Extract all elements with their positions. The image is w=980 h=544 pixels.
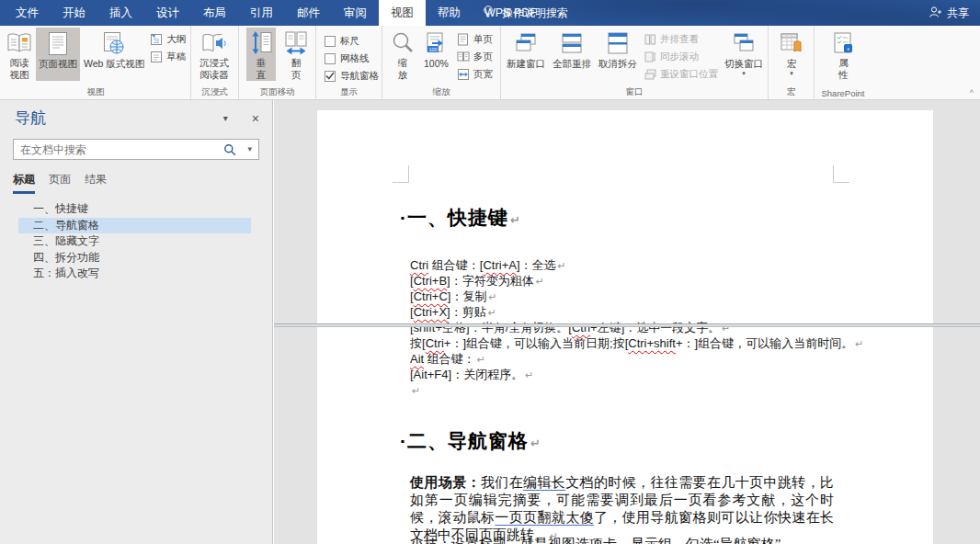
nav-tab-results[interactable]: 结果: [85, 172, 107, 194]
share-person-icon: [929, 6, 942, 21]
tell-me-label: 操作说明搜索: [502, 6, 568, 21]
sync-scrolling-icon: [644, 51, 656, 63]
zoom-magnifier-icon: [391, 29, 415, 56]
gridlines-checkbox[interactable]: 网格线: [325, 51, 379, 65]
new-window-button[interactable]: 新建窗口: [504, 28, 548, 81]
nav-heading-item[interactable]: 五：插入改写: [18, 266, 251, 282]
search-icon[interactable]: [223, 143, 236, 160]
tab-references[interactable]: 引用: [238, 0, 285, 26]
properties-label: 属性: [838, 57, 850, 81]
reading-view-button[interactable]: 阅读视图: [4, 28, 35, 81]
document-page[interactable]: ·一、快捷键↵ Ctri 组合键：[Ctri+A]：全选↵ [Ctri+B]：字…: [317, 110, 933, 544]
nav-tab-pages[interactable]: 页面: [49, 172, 71, 194]
print-layout-button[interactable]: 页面视图: [36, 28, 80, 81]
macros-button[interactable]: 宏 ▾: [777, 28, 806, 81]
doc-heading-1: ·一、快捷键↵: [400, 205, 521, 231]
nav-heading-item[interactable]: 四、拆分功能: [18, 250, 251, 266]
tab-layout[interactable]: 布局: [191, 0, 238, 26]
multiple-pages-icon: [457, 51, 470, 63]
arrange-all-button[interactable]: 全部重排: [550, 28, 594, 81]
view-side-by-side-label: 并排查看: [660, 33, 699, 46]
checkbox-checked-icon: [325, 71, 336, 82]
web-layout-button[interactable]: Web 版式视图: [81, 28, 147, 81]
margin-corner-mark: [833, 165, 834, 183]
immersive-reader-label: 沉浸式阅读器: [197, 57, 232, 81]
draft-button[interactable]: 草稿: [148, 50, 188, 64]
tell-me-search[interactable]: 操作说明搜索: [482, 0, 568, 26]
reset-window-position-icon: [644, 68, 656, 81]
tab-file[interactable]: 文件: [4, 0, 51, 26]
doc-line: [Ctri+C]：复制↵: [410, 289, 863, 304]
tab-design[interactable]: 设计: [144, 0, 191, 26]
heading-text: ·一、快捷键: [400, 207, 508, 228]
navigation-pane-title: 导航: [15, 108, 223, 129]
sync-scrolling-label: 同步滚动: [660, 51, 699, 63]
properties-button[interactable]: s 属性: [830, 28, 858, 81]
one-page-button[interactable]: 单页: [455, 32, 495, 47]
checkbox-unchecked-icon: [325, 53, 336, 64]
navigation-pane-label: 导航窗格: [340, 70, 379, 83]
view-side-by-side-icon: [644, 33, 656, 46]
arrange-all-icon: [560, 29, 584, 57]
text-segment: 一页页翻就太傻: [495, 510, 594, 525]
switch-windows-button[interactable]: 切换窗口 ▾: [722, 28, 766, 81]
vertical-button[interactable]: 垂直: [246, 28, 276, 81]
pilcrow-mark: ↵: [536, 276, 544, 288]
tab-review[interactable]: 审阅: [332, 0, 379, 26]
zoom-100-icon: 100: [424, 29, 448, 57]
pilcrow-mark: ↵: [477, 354, 485, 366]
text-segment: Ctri+B: [414, 274, 447, 288]
svg-text:100: 100: [429, 46, 438, 51]
pilcrow-mark: ↵: [412, 385, 420, 397]
zoom-100-button[interactable]: 100 100%: [421, 28, 451, 81]
ruler-label: 标尺: [340, 35, 359, 48]
macros-icon: [780, 29, 803, 57]
remove-split-label: 取消拆分: [598, 58, 637, 70]
text-segment: 按[: [410, 336, 426, 350]
ribbon-group-sharepoint: s 属性 SharePoint: [815, 26, 872, 99]
group-label-views: 视图: [1, 86, 190, 98]
one-page-label: 单页: [473, 33, 493, 46]
immersive-reader-button[interactable]: 沉浸式阅读器: [194, 28, 234, 81]
nav-heading-item-selected[interactable]: 二、导航窗格: [18, 218, 251, 234]
zoom-button[interactable]: 缩放: [388, 28, 417, 81]
tab-help[interactable]: 帮助: [426, 0, 473, 26]
ribbon-tab-bar: 文件 开始 插入 设计 布局 引用 邮件 审阅 视图 帮助 WPS PDF: [4, 0, 549, 26]
immersive-reader-icon: [201, 29, 227, 56]
group-label-zoom: 缩放: [382, 86, 500, 98]
tab-insert[interactable]: 插入: [97, 0, 144, 26]
navigation-pane-checkbox[interactable]: 导航窗格: [325, 69, 379, 83]
ribbon-group-zoom: 缩放 100 100% 单页 多页 页宽 缩放: [382, 26, 501, 99]
print-layout-label: 页面视图: [39, 58, 77, 70]
multiple-pages-button[interactable]: 多页: [455, 50, 495, 64]
remove-split-button[interactable]: 取消拆分: [596, 28, 640, 81]
outline-button[interactable]: 大纲: [148, 32, 188, 47]
nav-pane-dropdown-icon[interactable]: ▾: [223, 113, 228, 123]
text-segment: 使用场景：: [410, 475, 481, 490]
nav-heading-item[interactable]: 一、快捷键: [18, 201, 251, 218]
margin-corner-mark: [393, 182, 408, 183]
page-width-button[interactable]: 页宽: [455, 67, 495, 82]
text-segment: Ctri+A: [483, 258, 516, 272]
window-split-bar[interactable]: [274, 323, 980, 327]
side-to-side-button[interactable]: 翻页: [281, 28, 311, 81]
nav-tab-headings[interactable]: 标题: [13, 172, 35, 194]
pilcrow-mark: ↵: [488, 307, 496, 319]
navigation-pane: 导航 ▾ × ▾ 标题 页面 结果 一、快捷键 二、导航窗格 三、隐藏文字 四、…: [0, 100, 273, 544]
ruler-checkbox[interactable]: 标尺: [325, 34, 379, 48]
document-area: ·一、快捷键↵ Ctri 组合键：[Ctri+A]：全选↵ [Ctri+B]：字…: [274, 100, 980, 544]
search-input[interactable]: [13, 139, 259, 160]
collapse-ribbon-button[interactable]: ^: [970, 88, 974, 97]
tab-view[interactable]: 视图: [379, 0, 426, 26]
tab-mailings[interactable]: 邮件: [285, 0, 332, 26]
pilcrow-mark: ↵: [525, 369, 533, 381]
search-dropdown-icon[interactable]: ▾: [247, 144, 252, 153]
draft-label: 草稿: [166, 51, 186, 63]
text-segment: Ctri+shift: [628, 336, 676, 350]
share-button[interactable]: 共享: [929, 0, 969, 26]
nav-heading-item[interactable]: 三、隐藏文字: [18, 233, 251, 250]
document-search-box: ▾: [13, 139, 259, 160]
ribbon-group-window: 新建窗口 全部重排 取消拆分 并排查看 同步滚动: [501, 26, 769, 99]
nav-pane-close-icon[interactable]: ×: [252, 111, 259, 126]
tab-home[interactable]: 开始: [51, 0, 97, 26]
